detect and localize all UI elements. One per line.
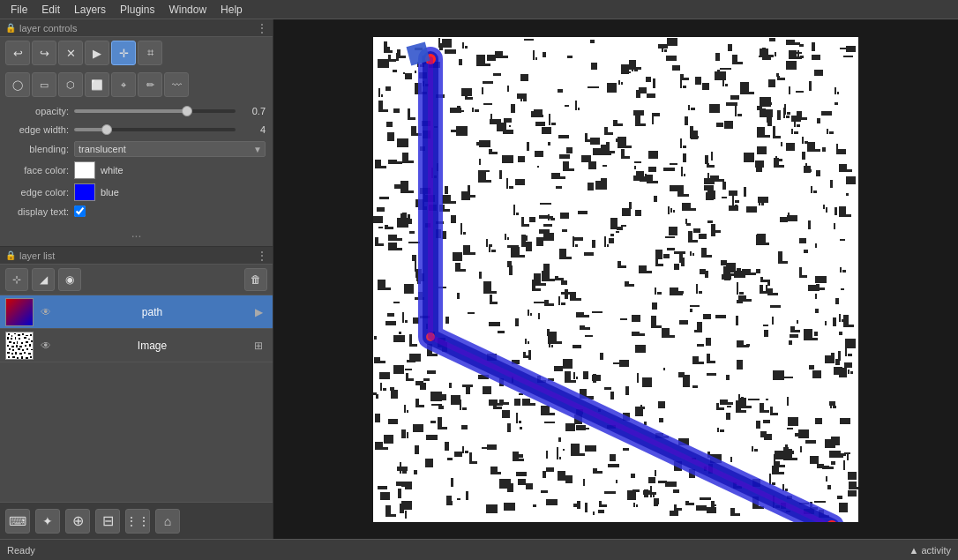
- activity-button[interactable]: ▲ activity: [909, 545, 951, 556]
- svg-rect-11: [19, 338, 20, 340]
- tool-row-2: ◯ ▭ ⬡ ⬜ ⌖ ✏ 〰: [0, 69, 273, 101]
- face-color-swatch[interactable]: [74, 161, 95, 179]
- svg-rect-17: [21, 342, 23, 344]
- layer-item-image[interactable]: 👁 Image ⊞: [0, 329, 273, 362]
- canvas-container: [373, 37, 858, 522]
- ellipse-btn[interactable]: ◯: [5, 72, 30, 97]
- redo-btn[interactable]: ↪: [32, 41, 56, 65]
- home-btn[interactable]: ⌂: [155, 509, 180, 534]
- left-panel: 🔒 layer controls ⋮ ↩ ↪ ✕ ▶ ✛ ⌗ ◯ ▭ ⬡ ⬜ ⌖: [0, 19, 273, 539]
- opacity-label: opacity:: [7, 106, 69, 116]
- blending-label: blending:: [7, 144, 69, 154]
- three-dots[interactable]: ···: [0, 225, 273, 246]
- display-text-label: display text:: [7, 206, 69, 217]
- undo-btn[interactable]: ↩: [5, 41, 30, 65]
- svg-rect-10: [15, 337, 16, 340]
- layer-visibility-image[interactable]: 👁: [37, 337, 55, 355]
- lock-icon: 🔒: [5, 23, 16, 33]
- opacity-slider[interactable]: [74, 104, 236, 118]
- svg-rect-28: [18, 348, 20, 350]
- edge-width-value: 4: [241, 124, 266, 135]
- menu-window[interactable]: Window: [161, 2, 213, 18]
- svg-rect-14: [9, 341, 11, 343]
- svg-rect-32: [7, 352, 10, 354]
- svg-rect-1: [8, 333, 10, 335]
- svg-rect-23: [19, 346, 22, 347]
- polygon-btn[interactable]: ⬡: [58, 72, 83, 97]
- svg-rect-42: [26, 357, 28, 359]
- menu-plugins[interactable]: Plugins: [113, 2, 161, 18]
- svg-rect-25: [29, 344, 31, 347]
- svg-rect-8: [7, 337, 9, 340]
- svg-rect-22: [16, 345, 18, 347]
- svg-rect-12: [24, 337, 26, 339]
- controls-area: opacity: 0.7 edge width:: [0, 101, 273, 225]
- layer-points-btn[interactable]: ⊹: [5, 268, 28, 291]
- controls-menu-icon[interactable]: ⋮: [257, 22, 267, 34]
- edge-width-label: edge width:: [7, 124, 69, 135]
- face-color-row: face color: white: [7, 161, 266, 179]
- blending-select[interactable]: translucent normal multiply screen: [74, 141, 266, 157]
- svg-rect-20: [7, 345, 9, 347]
- menu-help[interactable]: Help: [213, 2, 250, 18]
- delete-btn[interactable]: ✕: [58, 41, 83, 65]
- svg-rect-19: [31, 340, 33, 342]
- layer-shapes-btn[interactable]: ◢: [32, 268, 55, 291]
- rect-select-btn[interactable]: ⬜: [85, 72, 109, 97]
- rect-btn[interactable]: ▭: [32, 72, 56, 97]
- layer-thumbnail-path: [5, 298, 34, 326]
- svg-rect-30: [26, 348, 28, 350]
- svg-rect-33: [11, 353, 13, 355]
- layer-path-icon: ▶: [250, 303, 267, 321]
- move-btn[interactable]: ✛: [111, 41, 136, 65]
- free-select-btn[interactable]: ⌖: [111, 72, 136, 97]
- remove-layer-btn[interactable]: ⊟: [95, 509, 120, 534]
- main-layout: 🔒 layer controls ⋮ ↩ ↪ ✕ ▶ ✛ ⌗ ◯ ▭ ⬡ ⬜ ⌖: [0, 19, 958, 539]
- layer-controls-header: 🔒 layer controls ⋮: [0, 19, 273, 37]
- edge-width-row: edge width: 4: [7, 123, 266, 137]
- layer-name-path: path: [58, 306, 246, 318]
- console-btn[interactable]: ⌨: [5, 509, 30, 534]
- statusbar: Ready ▲ activity: [0, 539, 958, 560]
- pencil-btn[interactable]: ✏: [138, 72, 162, 97]
- svg-rect-35: [19, 353, 22, 355]
- tool-row-1: ↩ ↪ ✕ ▶ ✛ ⌗: [0, 37, 273, 69]
- plugins-btn[interactable]: ✦: [35, 509, 60, 534]
- svg-rect-41: [21, 356, 23, 359]
- layer-list-lock-icon: 🔒: [5, 250, 16, 260]
- svg-rect-7: [30, 334, 32, 336]
- menu-file[interactable]: File: [4, 2, 34, 18]
- layer-item-path[interactable]: 👁 path ▶: [0, 295, 273, 329]
- svg-rect-34: [15, 352, 17, 355]
- edge-width-slider[interactable]: [74, 123, 236, 137]
- transform-btn[interactable]: ⌗: [138, 41, 162, 65]
- svg-rect-38: [8, 356, 10, 358]
- edge-color-swatch[interactable]: [74, 183, 95, 201]
- opacity-value: 0.7: [241, 106, 266, 116]
- edge-color-row: edge color: blue: [7, 183, 266, 201]
- menu-layers[interactable]: Layers: [67, 2, 113, 18]
- path-tool-btn[interactable]: 〰: [164, 72, 189, 97]
- layer-labels-btn[interactable]: ◉: [58, 268, 81, 291]
- svg-rect-6: [26, 335, 28, 336]
- svg-rect-13: [28, 339, 30, 340]
- edge-color-label: edge color:: [7, 187, 69, 198]
- layer-visibility-path[interactable]: 👁: [37, 303, 55, 321]
- svg-rect-39: [12, 356, 15, 358]
- layer-controls-section: 🔒 layer controls ⋮ ↩ ↪ ✕ ▶ ✛ ⌗ ◯ ▭ ⬡ ⬜ ⌖: [0, 19, 273, 247]
- svg-rect-21: [11, 346, 14, 347]
- layer-list-toolbar: ⊹ ◢ ◉ 🗑: [0, 265, 273, 295]
- svg-rect-3: [14, 333, 16, 334]
- add-layer-btn[interactable]: ⊕: [65, 509, 90, 534]
- layer-list-header: 🔒 layer list ⋮: [0, 247, 273, 265]
- layer-list-menu-icon[interactable]: ⋮: [257, 250, 267, 262]
- display-text-checkbox[interactable]: [74, 205, 86, 217]
- layer-delete-btn[interactable]: 🗑: [244, 268, 267, 291]
- menu-edit[interactable]: Edit: [34, 2, 67, 18]
- svg-rect-27: [12, 349, 14, 351]
- grid-btn[interactable]: ⋮⋮: [125, 509, 150, 534]
- svg-rect-5: [22, 333, 24, 335]
- select-btn[interactable]: ▶: [85, 41, 109, 65]
- svg-rect-18: [26, 341, 28, 343]
- canvas-area[interactable]: [273, 19, 958, 539]
